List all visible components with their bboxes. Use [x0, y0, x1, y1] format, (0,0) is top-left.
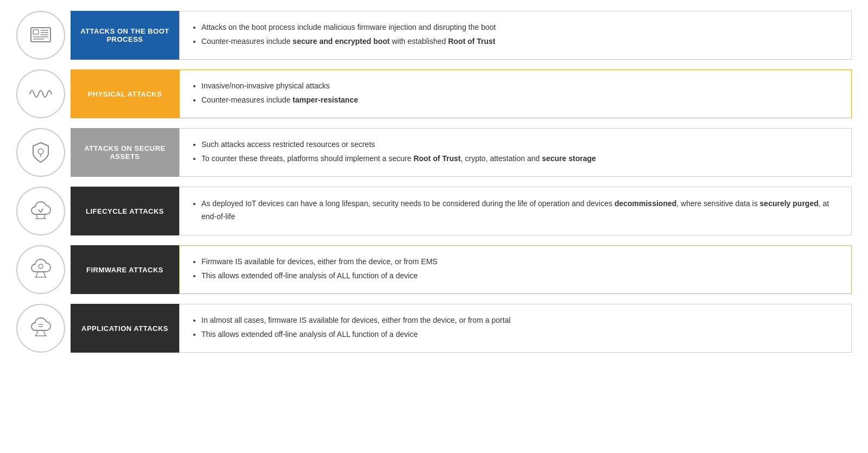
lifecycle-attacks-content: As deployed IoT devices can have a long …: [179, 187, 852, 235]
application-attacks-row: APPLICATION ATTACKS In almost all cases,…: [16, 304, 852, 353]
firmware-attacks-icon-circle: [16, 245, 65, 294]
physical-attacks-row: PHYSICAL ATTACKS Invasive/non-invasive p…: [16, 69, 852, 118]
firmware-attacks-row: FIRMWARE ATTACKS Firmware IS available f…: [16, 245, 852, 294]
list-item: As deployed IoT devices can have a long …: [201, 197, 840, 224]
svg-line-14: [36, 330, 38, 336]
svg-point-13: [39, 264, 43, 269]
physical-attacks-list: Invasive/non-invasive physical attacks C…: [191, 80, 358, 108]
list-item: Invasive/non-invasive physical attacks: [201, 80, 358, 93]
lifecycle-attacks-row: LIFECYCLE ATTACKS As deployed IoT device…: [16, 187, 852, 235]
shield-lock-icon: [28, 139, 54, 165]
wave-icon: [28, 81, 54, 107]
list-item: This allows extended off-line analysis o…: [201, 270, 438, 283]
svg-line-15: [43, 330, 46, 336]
lifecycle-cloud-icon: [28, 198, 54, 224]
physical-attacks-label: PHYSICAL ATTACKS: [71, 69, 179, 118]
lifecycle-attacks-icon-circle: [16, 187, 65, 235]
application-attacks-icon-circle: [16, 304, 65, 353]
svg-point-8: [38, 149, 43, 154]
svg-line-11: [43, 272, 46, 277]
firmware-attacks-label: FIRMWARE ATTACKS: [71, 245, 179, 294]
secure-assets-list: Such attacks access restricted resources…: [191, 138, 596, 167]
list-item: Counter-measures include secure and encr…: [201, 35, 496, 48]
boot-process-icon-circle: [16, 11, 65, 60]
boot-process-content: Attacks on the boot process include mali…: [179, 11, 852, 60]
boot-icon: [28, 22, 54, 48]
svg-rect-1: [33, 30, 39, 34]
physical-attacks-icon-circle: [16, 69, 65, 118]
list-item: Attacks on the boot process include mali…: [201, 21, 496, 34]
secure-assets-content: Such attacks access restricted resources…: [179, 128, 852, 177]
list-item: Counter-measures include tamper-resistan…: [201, 94, 358, 107]
application-attacks-list: In almost all cases, firmware IS availab…: [191, 314, 511, 342]
physical-attacks-content: Invasive/non-invasive physical attacks C…: [179, 69, 852, 118]
lifecycle-attacks-label: LIFECYCLE ATTACKS: [71, 187, 179, 235]
list-item: To counter these threats, platforms shou…: [201, 152, 596, 165]
lifecycle-attacks-list: As deployed IoT devices can have a long …: [191, 197, 840, 225]
application-attacks-content: In almost all cases, firmware IS availab…: [179, 304, 852, 353]
secure-assets-icon-circle: [16, 128, 65, 177]
list-item: Such attacks access restricted resources…: [201, 138, 596, 151]
list-item: This allows extended off-line analysis o…: [201, 328, 511, 341]
svg-line-10: [36, 272, 38, 277]
list-item: In almost all cases, firmware IS availab…: [201, 314, 511, 327]
boot-process-row: ATTACKS ON THE BOOT PROCESS Attacks on t…: [16, 11, 852, 60]
list-item: Firmware IS available for devices, eithe…: [201, 256, 438, 269]
firmware-cloud-icon: [28, 257, 54, 283]
secure-assets-label: ATTACKS ON SECURE ASSETS: [71, 128, 179, 177]
application-attacks-label: APPLICATION ATTACKS: [71, 304, 179, 353]
boot-process-list: Attacks on the boot process include mali…: [191, 21, 496, 49]
boot-process-label: ATTACKS ON THE BOOT PROCESS: [71, 11, 179, 60]
application-cloud-icon: [28, 315, 54, 341]
firmware-attacks-list: Firmware IS available for devices, eithe…: [191, 256, 438, 284]
secure-assets-row: ATTACKS ON SECURE ASSETS Such attacks ac…: [16, 128, 852, 177]
firmware-attacks-content: Firmware IS available for devices, eithe…: [179, 245, 852, 294]
